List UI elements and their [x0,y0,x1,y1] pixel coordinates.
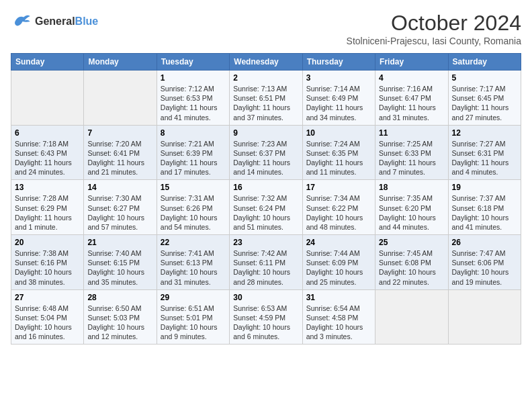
weekday-header-friday: Friday [375,54,448,71]
weekday-header-thursday: Thursday [302,54,375,71]
day-detail: Sunrise: 7:13 AM Sunset: 6:51 PM Dayligh… [233,84,298,122]
calendar-cell: 4Sunrise: 7:16 AM Sunset: 6:47 PM Daylig… [375,71,448,126]
day-number: 7 [87,128,152,138]
weekday-header-sunday: Sunday [11,54,84,71]
calendar-table: SundayMondayTuesdayWednesdayThursdayFrid… [11,53,521,345]
calendar-cell: 20Sunrise: 7:38 AM Sunset: 6:16 PM Dayli… [11,235,84,290]
day-number: 3 [306,73,371,83]
day-number: 20 [15,238,80,247]
calendar-row: 1Sunrise: 7:12 AM Sunset: 6:53 PM Daylig… [11,71,521,126]
calendar-cell: 6Sunrise: 7:18 AM Sunset: 6:43 PM Daylig… [11,125,84,180]
day-number: 24 [306,238,371,247]
day-number: 21 [87,238,152,247]
day-number: 5 [452,73,517,83]
day-number: 17 [306,183,371,192]
day-detail: Sunrise: 7:45 AM Sunset: 6:08 PM Dayligh… [379,248,444,287]
day-detail: Sunrise: 7:32 AM Sunset: 6:24 PM Dayligh… [233,193,298,232]
day-detail: Sunrise: 7:47 AM Sunset: 6:06 PM Dayligh… [452,248,517,287]
day-number: 15 [161,183,226,192]
day-number: 18 [379,183,444,192]
calendar-cell: 8Sunrise: 7:21 AM Sunset: 6:39 PM Daylig… [157,125,229,180]
weekday-header-tuesday: Tuesday [157,54,229,71]
calendar-cell [11,71,84,126]
calendar-row: 13Sunrise: 7:28 AM Sunset: 6:29 PM Dayli… [11,180,521,235]
day-detail: Sunrise: 7:17 AM Sunset: 6:45 PM Dayligh… [452,84,517,122]
day-detail: Sunrise: 7:20 AM Sunset: 6:41 PM Dayligh… [87,139,152,177]
day-detail: Sunrise: 7:21 AM Sunset: 6:39 PM Dayligh… [161,139,226,177]
page-header: GeneralBlue October 2024 Stolniceni-Praj… [11,11,521,46]
day-detail: Sunrise: 7:40 AM Sunset: 6:15 PM Dayligh… [87,248,152,287]
day-detail: Sunrise: 7:41 AM Sunset: 6:13 PM Dayligh… [161,248,226,287]
logo-text: GeneralBlue [35,15,98,28]
calendar-cell: 29Sunrise: 6:51 AM Sunset: 5:01 PM Dayli… [157,289,229,345]
day-number: 10 [306,128,371,138]
calendar-cell: 2Sunrise: 7:13 AM Sunset: 6:51 PM Daylig… [230,71,302,126]
day-number: 11 [379,128,444,138]
calendar-cell: 3Sunrise: 7:14 AM Sunset: 6:49 PM Daylig… [302,71,375,126]
day-number: 16 [233,183,298,192]
calendar-cell: 27Sunrise: 6:48 AM Sunset: 5:04 PM Dayli… [11,289,84,345]
calendar-cell [84,71,157,126]
day-detail: Sunrise: 7:35 AM Sunset: 6:20 PM Dayligh… [379,193,444,232]
calendar-header-row: SundayMondayTuesdayWednesdayThursdayFrid… [11,54,521,71]
calendar-cell: 11Sunrise: 7:25 AM Sunset: 6:33 PM Dayli… [375,125,448,180]
calendar-cell: 26Sunrise: 7:47 AM Sunset: 6:06 PM Dayli… [448,235,521,290]
calendar-cell: 31Sunrise: 6:54 AM Sunset: 4:58 PM Dayli… [302,289,375,345]
day-number: 14 [87,183,152,192]
day-detail: Sunrise: 6:54 AM Sunset: 4:58 PM Dayligh… [306,304,371,342]
calendar-cell: 10Sunrise: 7:24 AM Sunset: 6:35 PM Dayli… [302,125,375,180]
day-number: 13 [15,183,80,192]
calendar-row: 6Sunrise: 7:18 AM Sunset: 6:43 PM Daylig… [11,125,521,180]
day-detail: Sunrise: 6:48 AM Sunset: 5:04 PM Dayligh… [15,304,80,342]
day-number: 12 [452,128,517,138]
day-number: 6 [15,128,80,138]
calendar-cell: 30Sunrise: 6:53 AM Sunset: 4:59 PM Dayli… [230,289,302,345]
day-number: 27 [15,293,80,302]
calendar-cell: 14Sunrise: 7:30 AM Sunset: 6:27 PM Dayli… [84,180,157,235]
calendar-cell: 24Sunrise: 7:44 AM Sunset: 6:09 PM Dayli… [302,235,375,290]
calendar-cell: 28Sunrise: 6:50 AM Sunset: 5:03 PM Dayli… [84,289,157,345]
calendar-row: 27Sunrise: 6:48 AM Sunset: 5:04 PM Dayli… [11,289,521,345]
day-number: 4 [379,73,444,83]
calendar-cell: 12Sunrise: 7:27 AM Sunset: 6:31 PM Dayli… [448,125,521,180]
day-number: 1 [161,73,226,83]
calendar-cell: 1Sunrise: 7:12 AM Sunset: 6:53 PM Daylig… [157,71,229,126]
weekday-header-saturday: Saturday [448,54,521,71]
day-detail: Sunrise: 7:31 AM Sunset: 6:26 PM Dayligh… [161,193,226,232]
day-detail: Sunrise: 6:53 AM Sunset: 4:59 PM Dayligh… [233,304,298,342]
day-detail: Sunrise: 7:25 AM Sunset: 6:33 PM Dayligh… [379,139,444,177]
day-detail: Sunrise: 7:44 AM Sunset: 6:09 PM Dayligh… [306,248,371,287]
calendar-cell: 15Sunrise: 7:31 AM Sunset: 6:26 PM Dayli… [157,180,229,235]
calendar-cell: 13Sunrise: 7:28 AM Sunset: 6:29 PM Dayli… [11,180,84,235]
calendar-row: 20Sunrise: 7:38 AM Sunset: 6:16 PM Dayli… [11,235,521,290]
day-detail: Sunrise: 6:50 AM Sunset: 5:03 PM Dayligh… [87,304,152,342]
calendar-cell: 22Sunrise: 7:41 AM Sunset: 6:13 PM Dayli… [157,235,229,290]
location-subtitle: Stolniceni-Prajescu, Iasi County, Romani… [347,36,521,46]
calendar-cell: 7Sunrise: 7:20 AM Sunset: 6:41 PM Daylig… [84,125,157,180]
title-block: October 2024 Stolniceni-Prajescu, Iasi C… [347,11,521,46]
day-detail: Sunrise: 7:18 AM Sunset: 6:43 PM Dayligh… [15,139,80,177]
day-number: 2 [233,73,298,83]
day-detail: Sunrise: 7:24 AM Sunset: 6:35 PM Dayligh… [306,139,371,177]
day-number: 30 [233,293,298,302]
day-detail: Sunrise: 7:30 AM Sunset: 6:27 PM Dayligh… [87,193,152,232]
day-detail: Sunrise: 7:23 AM Sunset: 6:37 PM Dayligh… [233,139,298,177]
calendar-cell: 25Sunrise: 7:45 AM Sunset: 6:08 PM Dayli… [375,235,448,290]
calendar-cell: 23Sunrise: 7:42 AM Sunset: 6:11 PM Dayli… [230,235,302,290]
calendar-cell [375,289,448,345]
day-number: 26 [452,238,517,247]
calendar-cell: 18Sunrise: 7:35 AM Sunset: 6:20 PM Dayli… [375,180,448,235]
day-detail: Sunrise: 6:51 AM Sunset: 5:01 PM Dayligh… [161,304,226,342]
calendar-cell [448,289,521,345]
day-number: 8 [161,128,226,138]
logo-icon [11,11,32,32]
day-number: 29 [161,293,226,302]
calendar-body: 1Sunrise: 7:12 AM Sunset: 6:53 PM Daylig… [11,71,521,345]
calendar-cell: 19Sunrise: 7:37 AM Sunset: 6:18 PM Dayli… [448,180,521,235]
day-detail: Sunrise: 7:14 AM Sunset: 6:49 PM Dayligh… [306,84,371,122]
day-detail: Sunrise: 7:38 AM Sunset: 6:16 PM Dayligh… [15,248,80,287]
calendar-cell: 16Sunrise: 7:32 AM Sunset: 6:24 PM Dayli… [230,180,302,235]
month-title: October 2024 [347,11,521,36]
day-number: 31 [306,293,371,302]
day-detail: Sunrise: 7:28 AM Sunset: 6:29 PM Dayligh… [15,193,80,232]
